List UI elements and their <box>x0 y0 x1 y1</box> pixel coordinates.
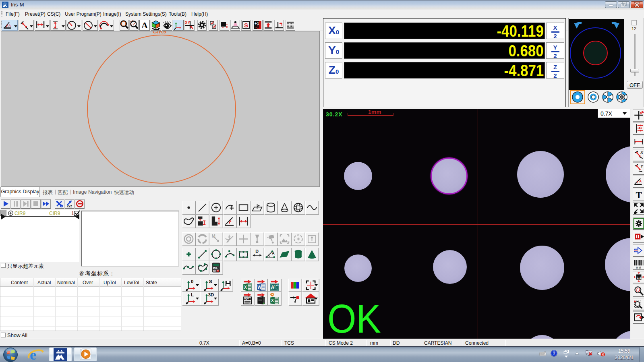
svg-text:0: 0 <box>191 279 193 284</box>
svg-text:3D: 3D <box>208 292 214 297</box>
svg-text:S: S <box>244 22 248 29</box>
svg-text:A: A <box>141 20 148 30</box>
svg-text:TXT: TXT <box>244 298 249 300</box>
svg-text:X: X <box>244 285 247 290</box>
svg-text:=: = <box>217 269 218 272</box>
svg-text:X: X <box>271 298 274 303</box>
svg-text:1:1: 1:1 <box>637 276 642 279</box>
svg-text:+: + <box>214 267 215 269</box>
svg-text:XYZ: XYZ <box>67 205 72 208</box>
svg-text:A: A <box>8 24 11 27</box>
svg-text:A: A <box>639 179 642 183</box>
svg-text:A: A <box>642 110 644 114</box>
svg-text:x: x <box>214 269 215 272</box>
svg-text:-1: -1 <box>255 25 259 29</box>
svg-text:e: e <box>30 347 36 362</box>
svg-text:X: X <box>640 150 643 155</box>
svg-text:扫 码: 扫 码 <box>635 267 641 269</box>
svg-text:-: - <box>217 267 218 269</box>
svg-text:Y: Y <box>640 164 644 168</box>
svg-text:XY: XY <box>185 21 191 25</box>
svg-text:?: ? <box>553 351 555 356</box>
svg-text:T: T <box>636 190 642 200</box>
svg-text:CAD: CAD <box>274 284 279 287</box>
svg-text:W: W <box>257 285 261 290</box>
svg-text:S: S <box>209 279 212 284</box>
svg-text:D: D <box>255 249 259 254</box>
svg-text:L: L <box>191 292 194 297</box>
